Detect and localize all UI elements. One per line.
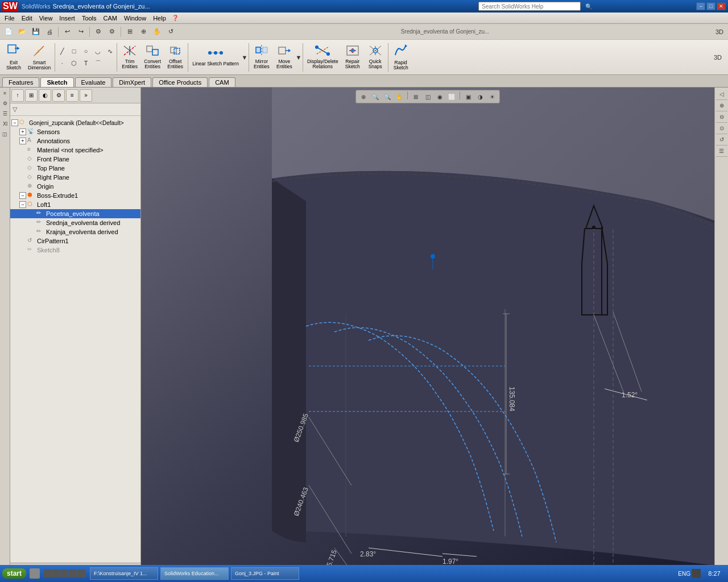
right-icon-3[interactable]: ⊖ — [716, 111, 727, 123]
tree-item-annotations[interactable]: + A Annotations — [10, 136, 140, 146]
close-button[interactable]: ✕ — [717, 2, 726, 10]
smart-dimension-button[interactable]: ↕ SmartDimension — [25, 41, 53, 73]
help-search-input[interactable] — [478, 2, 581, 11]
polygon-tool-button[interactable]: ⬡ — [68, 57, 80, 69]
menu-insert[interactable]: Insert — [56, 14, 78, 22]
rect-tool-button[interactable]: □ — [68, 45, 80, 57]
tab-sketch[interactable]: Sketch — [40, 77, 73, 87]
tree-item-top-plane[interactable]: ◇ Top Plane — [10, 164, 140, 173]
rebuild-button[interactable]: ⚙ — [92, 26, 105, 38]
expand-sensors[interactable]: + — [19, 128, 26, 135]
rotate-button[interactable]: ↺ — [164, 26, 177, 38]
tab-features[interactable]: Features — [2, 77, 39, 87]
rapid-sketch-button[interactable]: RapidSketch — [390, 41, 412, 73]
view-zoom-fit[interactable]: ⊕ — [358, 92, 369, 102]
tab-cam[interactable]: CAM — [209, 77, 235, 87]
right-icon-2[interactable]: ⊕ — [716, 100, 727, 111]
tree-item-material[interactable]: ≡ Material <not specified> — [10, 146, 140, 155]
tree-item-cir-pattern[interactable]: ↺ CirPattern1 — [10, 236, 140, 246]
3d-button[interactable]: 3D — [713, 26, 726, 38]
tree-item-loft1[interactable]: − ⬡ Loft1 — [10, 200, 140, 209]
new-button[interactable]: 📄 — [2, 26, 15, 38]
menu-view[interactable]: View — [36, 14, 56, 22]
taskbar-icon5[interactable] — [77, 569, 85, 577]
right-icon-4[interactable]: ⊙ — [716, 123, 727, 134]
property-manager-tab[interactable]: ⚙ — [1, 99, 10, 108]
convert-entities-button[interactable]: ConvertEntities — [141, 41, 164, 73]
move-entities-button[interactable]: MoveEntities — [273, 41, 296, 73]
text-tool-button[interactable]: T — [80, 57, 92, 69]
taskbar-item-konstruisanje[interactable]: F:\Konstruisanje_IV 1... — [90, 567, 158, 580]
taskbar-icon3[interactable] — [60, 569, 68, 577]
arc-tool-button[interactable]: ◡ — [92, 45, 104, 57]
view-display3[interactable]: ⬜ — [446, 92, 457, 102]
view-display1[interactable]: ◫ — [423, 92, 433, 102]
circle-tool-button[interactable]: ○ — [80, 45, 92, 57]
tree-item-pocetna[interactable]: ✏ Pocetna_evolventa — [10, 209, 140, 218]
quick-snaps-button[interactable]: QuickSnaps — [364, 41, 387, 73]
repair-sketch-button[interactable]: RepairSketch — [341, 41, 364, 73]
taskbar-icon2[interactable] — [52, 569, 60, 577]
tree-item-sensors[interactable]: + 📡 Sensors — [10, 127, 140, 136]
options-button[interactable]: ⚙ — [106, 26, 118, 38]
line-tool-button[interactable]: ╱ — [56, 45, 68, 57]
menu-cam[interactable]: CAM — [100, 14, 121, 22]
view-orient[interactable]: ⊞ — [411, 92, 421, 102]
taskbar-item-solidworks[interactable]: SolidWorks Education... — [160, 567, 229, 580]
sidebar-more[interactable]: » — [80, 89, 92, 102]
viewport[interactable]: 135.084 Ø250.985 Ø240.463 Ø285.715 2.83°… — [141, 88, 714, 571]
point-tool-button[interactable]: · — [56, 57, 68, 69]
tree-item-right-plane[interactable]: ◇ Right Plane — [10, 173, 140, 182]
tree-item-root[interactable]: − ⬡ Gonjeni_zupcanik (Default<<Default> — [10, 118, 140, 127]
sidebar-btn3[interactable]: ◐ — [39, 89, 51, 102]
tree-item-sketch8[interactable]: ✏ Sketch8 — [10, 246, 140, 255]
mirror-entities-button[interactable]: MirrorEntities — [250, 41, 273, 73]
menu-file[interactable]: File — [1, 14, 18, 22]
help-arrow[interactable]: ❓ — [172, 15, 179, 21]
sidebar-btn5[interactable]: ≡ — [66, 89, 78, 102]
view-zoom-in[interactable]: 🔍 — [370, 92, 380, 102]
view-pan[interactable]: ✋ — [394, 92, 404, 102]
print-button[interactable]: 🖨 — [43, 26, 56, 38]
view-light[interactable]: ☀ — [487, 92, 497, 102]
minimize-button[interactable]: − — [696, 2, 705, 10]
view-display2[interactable]: ◉ — [435, 92, 445, 102]
feature-manager-tab[interactable]: ≡ — [1, 89, 10, 98]
tree-item-origin[interactable]: ⊕ Origin — [10, 182, 140, 191]
right-icon-5[interactable]: ↺ — [716, 134, 727, 146]
pan-button[interactable]: ✋ — [151, 26, 163, 38]
tree-item-boss-extrude[interactable]: − ⬢ Boss-Extrude1 — [10, 191, 140, 200]
menu-edit[interactable]: Edit — [18, 14, 36, 22]
trim-entities-button[interactable]: TrimEntities — [118, 41, 141, 73]
redo-button[interactable]: ↪ — [75, 26, 87, 38]
tab-evaluate[interactable]: Evaluate — [75, 77, 112, 87]
right-icon-1[interactable]: ◁ — [716, 89, 727, 100]
tab-dimxpert[interactable]: DimXpert — [113, 77, 151, 87]
menu-tools[interactable]: Tools — [78, 14, 100, 22]
view-section[interactable]: ▣ — [463, 92, 473, 102]
undo-button[interactable]: ↩ — [61, 26, 73, 38]
expand-loft[interactable]: − — [19, 201, 26, 208]
display-manager-tab[interactable]: ◫ — [1, 130, 10, 139]
taskbar-icon1[interactable] — [43, 569, 51, 577]
tree-item-krajnja[interactable]: ✏ Krajnja_evolventa derived — [10, 227, 140, 236]
display-delete-relations-button[interactable]: Display/DeleteRelations — [304, 41, 341, 73]
expand-root[interactable]: − — [11, 119, 18, 126]
exit-sketch-button[interactable]: ExitSketch — [2, 41, 25, 73]
zoom-area-button[interactable]: ⊕ — [137, 26, 150, 38]
linear-sketch-pattern-button[interactable]: Linear Sketch Pattern — [189, 41, 242, 73]
3d-sketch-button[interactable]: 3D — [712, 52, 723, 63]
zoom-fit-button[interactable]: ⊞ — [123, 26, 136, 38]
move-entities-dropdown[interactable]: ▼ — [296, 51, 301, 64]
expand-annotations[interactable]: + — [19, 138, 26, 144]
sidebar-btn1[interactable]: ↑ — [11, 89, 24, 102]
right-icon-6[interactable]: ☰ — [716, 146, 727, 157]
spline-tool-button[interactable]: ∿ — [104, 45, 115, 57]
help-search-icon[interactable]: 🔍 — [585, 3, 592, 10]
restore-button[interactable]: □ — [706, 2, 715, 10]
view-zoom-out[interactable]: 🔍 — [382, 92, 392, 102]
menu-help[interactable]: Help — [150, 14, 169, 22]
linear-pattern-dropdown[interactable]: ▼ — [242, 51, 247, 64]
expand-boss[interactable]: − — [19, 192, 26, 199]
tab-office[interactable]: Office Products — [152, 77, 208, 87]
